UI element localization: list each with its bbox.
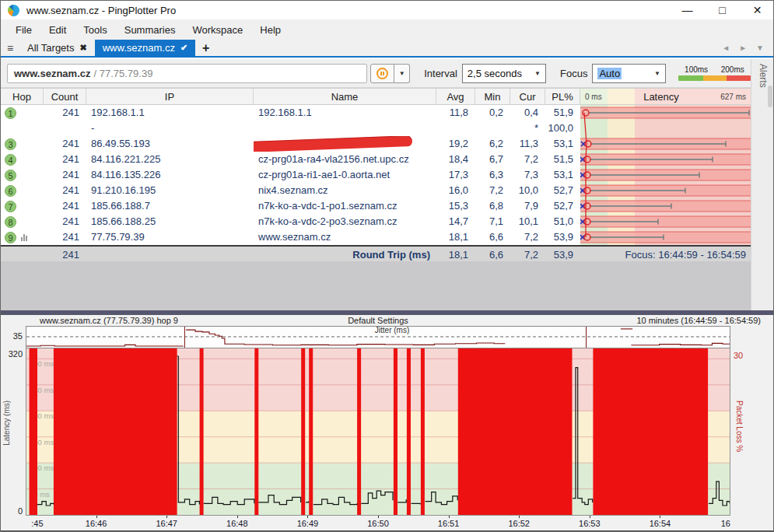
- hamburger-icon[interactable]: ≡: [1, 40, 19, 56]
- header-name[interactable]: Name: [254, 89, 436, 104]
- name-cell: cz-prg01a-ri1-ae1-0.aorta.net: [254, 167, 436, 183]
- target-input[interactable]: www.seznam.cz / 77.75.79.39: [7, 64, 367, 83]
- table-row[interactable]: 524184.116.135.226cz-prg01a-ri1-ae1-0.ao…: [1, 167, 751, 183]
- pause-button-group: ▼: [370, 64, 410, 83]
- timeline-settings-label[interactable]: Default Settings: [348, 316, 408, 325]
- target-ip: / 77.75.79.39: [94, 68, 153, 79]
- table-row[interactable]: -*100,0: [1, 121, 751, 136]
- header-min[interactable]: Min: [475, 89, 510, 104]
- menu-item-help[interactable]: Help: [251, 21, 289, 39]
- cur-cell: *: [510, 121, 545, 136]
- count-cell: 241: [44, 214, 86, 229]
- header-latency[interactable]: 0 ms Latency 627 ms: [580, 89, 751, 104]
- timeline-graph-icon[interactable]: [21, 233, 27, 241]
- tab-scroll-left-icon[interactable]: ◄: [722, 44, 730, 52]
- pingplotter-window: www.seznam.cz - PingPlotter Pro — □ ✕ Fi…: [0, 0, 774, 532]
- header-ip[interactable]: IP: [86, 89, 254, 104]
- table-row[interactable]: 8241185.66.188.25n7k-ko-a-vdc-2-po3.sezn…: [1, 214, 751, 229]
- toolbar: www.seznam.cz / 77.75.79.39 ▼ Interval 2…: [1, 59, 751, 88]
- time-tick: [660, 516, 660, 518]
- pause-button[interactable]: [370, 64, 394, 83]
- ip-cell: 192.168.1.1: [86, 105, 254, 121]
- latency-axis-title: Latency (ms): [2, 401, 11, 446]
- ip-cell: 185.66.188.25: [86, 214, 254, 229]
- trace-table: Hop Count IP Name Avg Min Cur PL% 0 ms L…: [1, 88, 751, 261]
- table-row[interactable]: 324186.49.55.19319,26,211,353,1: [1, 136, 751, 152]
- menu-item-summaries[interactable]: Summaries: [116, 21, 184, 39]
- timeline-target-label: www.seznam.cz (77.75.79.39) hop 9: [40, 316, 178, 325]
- latency-timeline-plot[interactable]: 300 ms250 ms200 ms150 ms100 ms50 ms: [26, 348, 730, 516]
- table-header-row: Hop Count IP Name Avg Min Cur PL% 0 ms L…: [1, 88, 751, 105]
- tab-all-targets[interactable]: All Targets ✖: [19, 40, 95, 56]
- new-tab-button[interactable]: +: [195, 40, 216, 56]
- tab-scroll-right-icon[interactable]: ►: [739, 44, 747, 52]
- table-row[interactable]: 624191.210.16.195nix4.seznam.cz16,07,210…: [1, 183, 751, 198]
- count-cell: 241: [44, 167, 86, 183]
- title-bar: www.seznam.cz - PingPlotter Pro — □ ✕: [1, 1, 774, 19]
- hop-cell: 3: [1, 136, 44, 152]
- scrollbar-thumb[interactable]: [768, 86, 772, 107]
- app-icon: [8, 5, 19, 16]
- close-button[interactable]: ✕: [740, 1, 774, 19]
- name-cell: 192.168.1.1: [254, 105, 436, 121]
- pause-dropdown-button[interactable]: ▼: [394, 64, 410, 83]
- minimize-button[interactable]: —: [670, 1, 705, 19]
- menu-item-workspace[interactable]: Workspace: [184, 21, 251, 39]
- alerts-sidebar[interactable]: Alerts: [751, 59, 774, 310]
- menu-item-tools[interactable]: Tools: [75, 21, 115, 39]
- pl-cell: 51,0: [545, 214, 580, 229]
- header-cur[interactable]: Cur: [510, 89, 545, 104]
- tab-active-target[interactable]: www.seznam.cz ✔: [95, 40, 195, 56]
- hop-cell: 5: [1, 167, 44, 183]
- header-pl[interactable]: PL%: [545, 89, 580, 104]
- round-trip-label: Round Trip (ms): [254, 247, 436, 261]
- interval-value: 2,5 seconds: [468, 68, 522, 79]
- round-trip-min: 6,6: [475, 247, 510, 261]
- cur-cell: 7,3: [510, 167, 545, 183]
- packet-loss-axis-max: 30: [734, 351, 743, 360]
- time-label: 16:46: [86, 519, 107, 528]
- cur-cell: 0,4: [510, 105, 545, 121]
- tab-list-dropdown-icon[interactable]: ▼: [756, 44, 764, 52]
- time-tick: [166, 516, 167, 518]
- time-label: 16:47: [156, 519, 177, 528]
- time-label: 16: [721, 519, 730, 528]
- header-count[interactable]: Count: [44, 89, 86, 104]
- pl-cell: 51,9: [545, 105, 580, 121]
- pl-cell: 52,7: [545, 183, 580, 198]
- timeline-range-label[interactable]: 10 minutes (16:44:59 - 16:54:59): [636, 316, 761, 325]
- header-avg[interactable]: Avg: [436, 89, 475, 104]
- time-tick: [519, 516, 520, 518]
- count-cell: 241: [44, 229, 86, 245]
- ip-cell: 86.49.55.193: [86, 136, 254, 152]
- min-cell: 6,6: [475, 229, 510, 245]
- packet-loss-axis-title: Packet Loss %: [735, 401, 744, 452]
- menu-item-file[interactable]: File: [7, 21, 40, 39]
- target-host: www.seznam.cz: [14, 68, 91, 79]
- count-cell: 241: [44, 183, 86, 198]
- table-row[interactable]: 7241185.66.188.7n7k-ko-a-vdc-1-po1.sezna…: [1, 198, 751, 214]
- interval-select[interactable]: 2,5 seconds ▼: [462, 64, 546, 83]
- latency-cell: [580, 136, 751, 152]
- pl-cell: 53,9: [545, 229, 580, 245]
- min-cell: 6,3: [475, 167, 510, 183]
- hop-cell: 6: [1, 183, 44, 198]
- avg-cell: 16,0: [436, 183, 475, 198]
- hop-badge: 3: [5, 138, 16, 150]
- focus-select[interactable]: Auto ▼: [592, 64, 665, 83]
- scale-100ms-label: 100ms: [685, 65, 708, 74]
- hop-badge: 5: [5, 170, 16, 181]
- maximize-button[interactable]: □: [705, 1, 740, 19]
- time-label: 16:53: [579, 519, 601, 528]
- header-hop[interactable]: Hop: [1, 89, 44, 104]
- menu-item-edit[interactable]: Edit: [40, 21, 75, 39]
- pl-cell: 53,1: [545, 167, 580, 183]
- alerts-tab-label[interactable]: Alerts: [758, 64, 769, 88]
- table-row[interactable]: 424184.116.221.225cz-prg01a-ra4-vla2156.…: [1, 152, 751, 167]
- table-row[interactable]: 1241192.168.1.1192.168.1.111,80,20,451,9: [1, 105, 751, 121]
- scale-200ms-label: 200ms: [721, 65, 744, 74]
- avg-cell: [436, 121, 475, 136]
- jitter-plot[interactable]: Jitter (ms): [26, 326, 730, 348]
- table-row[interactable]: 924177.75.79.39www.seznam.cz18,16,67,253…: [1, 229, 751, 245]
- close-tab-icon[interactable]: ✖: [79, 43, 86, 53]
